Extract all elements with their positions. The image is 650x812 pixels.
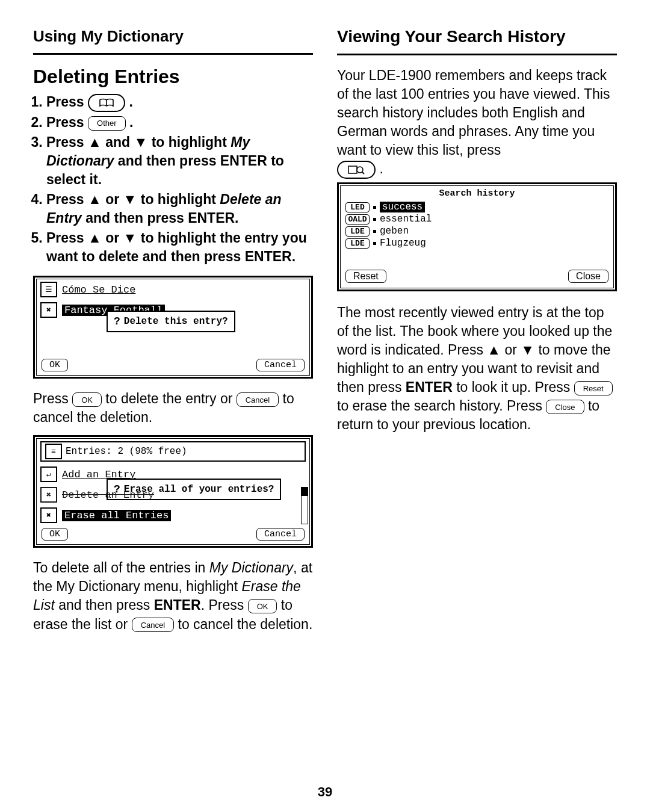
screen2-cancel-button: Cancel — [256, 528, 305, 541]
screen1-row1: Cómo Se Dice — [62, 284, 135, 296]
svg-point-1 — [357, 167, 363, 173]
screen2-ok-button: OK — [42, 528, 68, 541]
step-2: Press Other . — [46, 113, 313, 132]
screen1-cancel-button: Cancel — [256, 359, 305, 371]
doc-icon: ☰ — [40, 282, 57, 297]
history-row: LED success — [341, 201, 613, 213]
ok-inline-button-2: OK — [248, 599, 277, 613]
bullet-icon — [373, 242, 376, 245]
history-word: essential — [380, 214, 432, 225]
history-word: success — [380, 202, 425, 212]
book-tag: LDE — [345, 226, 370, 237]
screen-erase-all: ≡ Entries: 2 (98% free) ↵ Add an Entry ?… — [33, 435, 313, 548]
right-para1: Your LDE-1900 remembers and keeps track … — [337, 66, 617, 179]
entries-count: ≡ Entries: 2 (98% free) — [40, 441, 306, 462]
para-after-screen1: Press OK to delete the entry or Cancel t… — [33, 389, 313, 427]
history-row: LDE Flugzeug — [341, 237, 613, 249]
delete-entry-row: Delete an Entry — [62, 489, 154, 501]
history-title: Search history — [341, 186, 613, 201]
book-key-icon — [88, 94, 125, 112]
right-para2: The most recently viewed entry is at the… — [337, 303, 617, 434]
list-icon: ≡ — [45, 444, 62, 459]
history-close-button: Close — [568, 270, 608, 283]
history-word: geben — [380, 226, 409, 237]
book-tag: OALD — [345, 214, 370, 225]
history-row: LDE geben — [341, 225, 613, 237]
step-1: Press . — [46, 93, 313, 112]
screen-delete-entry: ☰ Cómo Se Dice ✖ Fantasy Football ? Dele… — [33, 276, 313, 379]
history-key-icon — [337, 161, 376, 179]
step2-text: Press — [46, 114, 88, 130]
bullet-icon — [373, 218, 376, 221]
para-after-screen2: To delete all of the entries in My Dicti… — [33, 559, 313, 633]
step-4: Press ▲ or ▼ to highlight Delete an Entr… — [46, 190, 313, 228]
book-tag: LDE — [345, 238, 370, 249]
right-section-header: Viewing Your Search History — [337, 27, 617, 55]
delete-icon: ✖ — [40, 487, 57, 503]
history-reset-button: Reset — [345, 270, 386, 283]
reset-inline-button: Reset — [574, 381, 613, 395]
scrollbar — [301, 487, 308, 524]
cancel-inline-button-2: Cancel — [132, 618, 174, 632]
bullet-icon — [373, 206, 376, 209]
erase-icon: ✖ — [40, 507, 57, 523]
search-history-screen: Search history LED success OALD essentia… — [337, 182, 617, 291]
step1-text: Press — [46, 94, 88, 110]
step-5: Press ▲ or ▼ to highlight the entry you … — [46, 229, 313, 266]
erase-all-row: Erase all Entries — [62, 510, 171, 521]
add-icon: ↵ — [40, 466, 57, 482]
cancel-inline-button: Cancel — [237, 392, 279, 407]
close-inline-button: Close — [546, 400, 584, 414]
page-number: 39 — [33, 784, 617, 800]
svg-rect-0 — [348, 166, 357, 173]
history-word: Flugzeug — [380, 238, 426, 249]
ok-inline-button: OK — [72, 392, 102, 407]
svg-line-2 — [362, 172, 364, 174]
deleting-entries-title: Deleting Entries — [33, 66, 313, 88]
left-section-header: Using My Dictionary — [33, 27, 313, 55]
other-key-button: Other — [88, 116, 126, 131]
history-row: OALD essential — [341, 213, 613, 225]
bullet-icon — [373, 230, 376, 233]
step-3: Press ▲ and ▼ to highlight My Dictionary… — [46, 133, 313, 189]
screen1-ok-button: OK — [42, 359, 68, 371]
x-icon: ✖ — [40, 302, 57, 318]
steps-list: Press . Press Other . Press ▲ and ▼ to h… — [33, 93, 313, 267]
book-tag: LED — [345, 202, 370, 212]
delete-entry-dialog: ? Delete this entry? — [107, 311, 235, 332]
